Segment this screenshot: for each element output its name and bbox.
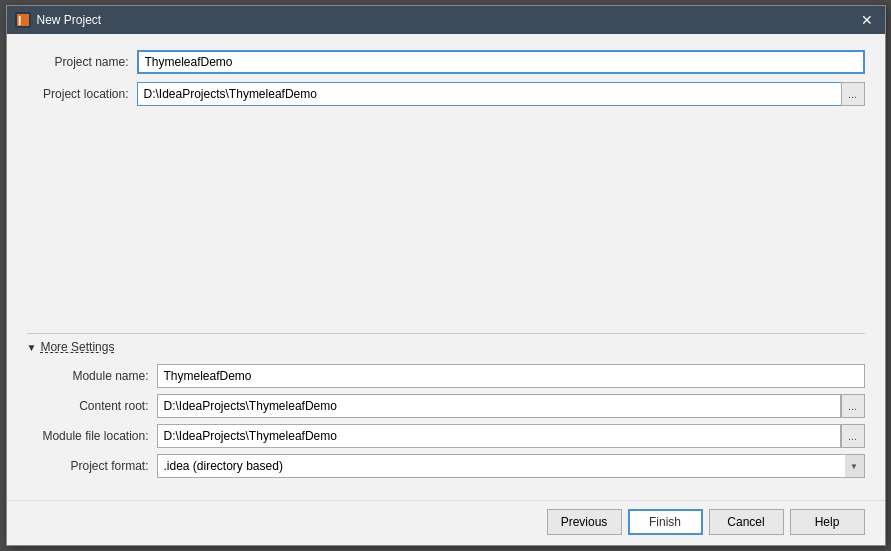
project-location-input[interactable] (137, 82, 841, 106)
new-project-dialog: I New Project ✕ Project name: Project lo… (6, 5, 886, 546)
finish-button-label: Finish (649, 515, 681, 529)
project-name-row: Project name: (27, 50, 865, 74)
project-location-label: Project location: (27, 87, 137, 101)
previous-button[interactable]: Previous (547, 509, 622, 535)
previous-button-label: Previous (561, 515, 608, 529)
dialog-title: New Project (37, 13, 102, 27)
content-root-browse-button[interactable]: ... (841, 394, 865, 418)
module-file-location-row: Module file location: ... (27, 424, 865, 448)
project-format-label: Project format: (27, 459, 157, 473)
module-name-row: Module name: (27, 364, 865, 388)
more-settings-arrow-icon: ▼ (27, 342, 37, 353)
project-format-select-wrapper: .idea (directory based) ▼ (157, 454, 865, 478)
module-name-label: Module name: (27, 369, 157, 383)
help-button-label: Help (815, 515, 840, 529)
project-name-input[interactable] (137, 50, 865, 74)
project-location-row: Project location: ... (27, 82, 865, 106)
module-name-input[interactable] (157, 364, 865, 388)
title-bar: I New Project ✕ (7, 6, 885, 34)
more-settings-section: ▼ More Settings Module name: Content roo… (27, 333, 865, 492)
module-file-location-browse-button[interactable]: ... (841, 424, 865, 448)
title-bar-left: I New Project (15, 12, 102, 28)
more-settings-toggle[interactable]: ▼ More Settings (27, 334, 865, 360)
app-icon: I (15, 12, 31, 28)
spacer (27, 114, 865, 333)
more-settings-label: More Settings (40, 340, 114, 354)
cancel-button[interactable]: Cancel (709, 509, 784, 535)
content-root-row: Content root: ... (27, 394, 865, 418)
dialog-footer: Previous Finish Cancel Help (7, 500, 885, 545)
project-location-browse-button[interactable]: ... (841, 82, 865, 106)
close-button[interactable]: ✕ (857, 10, 877, 30)
content-root-input[interactable] (157, 394, 841, 418)
module-file-location-input[interactable] (157, 424, 841, 448)
dialog-body: Project name: Project location: ... ▼ Mo… (7, 34, 885, 500)
module-file-location-field-group: ... (157, 424, 865, 448)
svg-text:I: I (18, 14, 21, 28)
module-file-location-label: Module file location: (27, 429, 157, 443)
help-button[interactable]: Help (790, 509, 865, 535)
project-format-row: Project format: .idea (directory based) … (27, 454, 865, 478)
more-settings-content: Module name: Content root: ... Module fi… (27, 360, 865, 492)
content-root-label: Content root: (27, 399, 157, 413)
finish-button[interactable]: Finish (628, 509, 703, 535)
project-format-select[interactable]: .idea (directory based) (157, 454, 865, 478)
content-root-field-group: ... (157, 394, 865, 418)
project-name-label: Project name: (27, 55, 137, 69)
cancel-button-label: Cancel (727, 515, 764, 529)
project-location-field-group: ... (137, 82, 865, 106)
